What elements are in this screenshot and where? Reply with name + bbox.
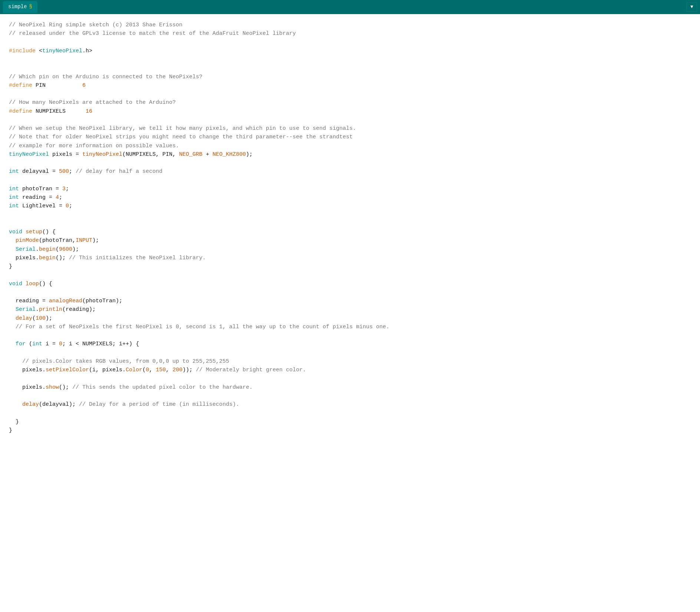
code-line: pixels.show(); // This sends the updated…: [9, 383, 691, 392]
tab-section-symbol: §: [29, 3, 32, 11]
code-line: [9, 331, 691, 340]
code-line: // example for more information on possi…: [9, 142, 691, 150]
tab-bar: simple § ▼: [0, 0, 700, 14]
code-line: [9, 64, 691, 72]
tab-dropdown-button[interactable]: ▼: [687, 2, 697, 12]
code-line: [9, 211, 691, 219]
code-line: delay(delayval); // Delay for a period o…: [9, 400, 691, 409]
code-line: [9, 219, 691, 228]
code-line: [9, 349, 691, 357]
code-line: // released under the GPLv3 license to m…: [9, 29, 691, 38]
code-line: [9, 392, 691, 400]
code-line: // Note that for older NeoPixel strips y…: [9, 133, 691, 141]
code-line: // pixels.Color takes RGB values, from 0…: [9, 357, 691, 366]
code-line: int reading = 4;: [9, 193, 691, 202]
code-line: Serial.begin(9600);: [9, 245, 691, 254]
code-line: }: [9, 418, 691, 426]
code-line: delay(100);: [9, 314, 691, 323]
code-line: int photoTran = 3;: [9, 185, 691, 193]
code-line: [9, 176, 691, 185]
code-line: // When we setup the NeoPixel library, w…: [9, 124, 691, 133]
code-line: pixels.setPixelColor(i, pixels.Color(0, …: [9, 366, 691, 374]
code-line: [9, 159, 691, 167]
code-line: [9, 271, 691, 279]
code-line: void setup() {: [9, 228, 691, 236]
code-line: tinyNeoPixel pixels = tinyNeoPixel(NUMPI…: [9, 150, 691, 159]
code-line: for (int i = 0; i < NUMPIXELS; i++) {: [9, 340, 691, 348]
code-line: int delayval = 500; // delay for half a …: [9, 167, 691, 176]
code-line: #define PIN 6: [9, 81, 691, 90]
code-line: }: [9, 262, 691, 271]
code-line: // For a set of NeoPixels the first NeoP…: [9, 323, 691, 331]
code-area: // NeoPixel Ring simple sketch (c) 2013 …: [0, 14, 700, 612]
code-line: #define NUMPIXELS 16: [9, 107, 691, 116]
code-line: pixels.begin(); // This initializes the …: [9, 254, 691, 262]
code-line: #include <tinyNeoPixel.h>: [9, 47, 691, 55]
code-line: void loop() {: [9, 280, 691, 288]
code-line: }: [9, 426, 691, 435]
code-line: reading = analogRead(photoTran);: [9, 297, 691, 305]
code-line: // How many NeoPixels are attached to th…: [9, 98, 691, 107]
code-line: [9, 374, 691, 383]
active-tab[interactable]: simple §: [3, 1, 37, 13]
code-line: pinMode(photoTran,INPUT);: [9, 236, 691, 245]
code-line: // Which pin on the Arduino is connected…: [9, 73, 691, 81]
code-line: // NeoPixel Ring simple sketch (c) 2013 …: [9, 21, 691, 29]
code-line: Serial.println(reading);: [9, 305, 691, 314]
code-line: [9, 288, 691, 297]
code-line: [9, 116, 691, 124]
code-line: [9, 409, 691, 417]
code-line: int Lightlevel = 0;: [9, 202, 691, 210]
code-line: [9, 38, 691, 47]
code-line: [9, 90, 691, 98]
code-line: [9, 55, 691, 64]
tab-label: simple: [8, 3, 27, 11]
